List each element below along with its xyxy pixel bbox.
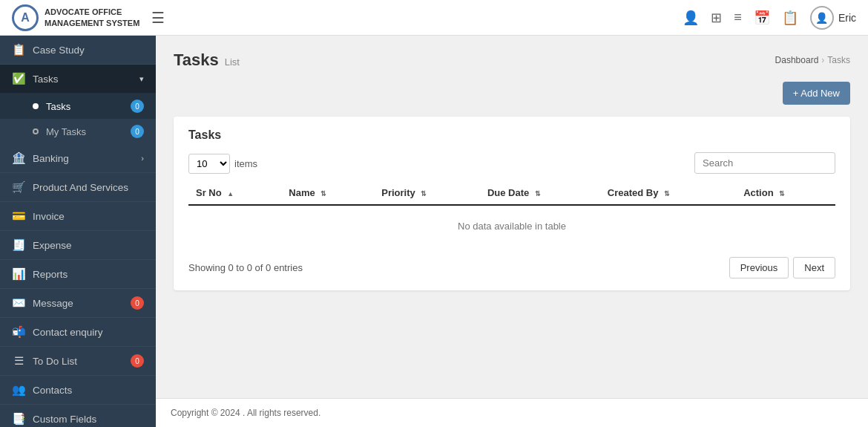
breadcrumb-separator: › [821,55,824,65]
pagination-buttons: Previous Next [729,257,835,278]
sidebar-item-label: Custom Fields [33,414,96,425]
sort-icon: ▲ [227,190,234,198]
tasks-badge: 0 [131,100,144,113]
sort-icon: ⇅ [535,190,541,198]
footer-copyright: Copyright © 2024 . [171,408,245,418]
col-sr-no: Sr No ▲ [188,181,281,205]
page-subtitle: List [225,56,240,68]
sub-item-label: My Tasks [46,126,86,137]
footer-rights: All rights reserved. [247,408,320,418]
sidebar-item-label: Case Study [33,45,85,56]
sidebar-sub-item-my-tasks[interactable]: My Tasks 0 [0,119,156,144]
chevron-right-icon: › [141,154,144,163]
sidebar-item-custom-fields[interactable]: 📑 Custom Fields [0,405,156,427]
sort-icon: ⇅ [664,190,670,198]
search-input[interactable] [694,152,835,174]
hamburger-menu[interactable]: ☰ [151,9,165,27]
previous-button[interactable]: Previous [729,257,789,278]
sidebar-item-contacts[interactable]: 👥 Contacts [0,376,156,405]
sidebar-item-label: Banking [33,153,69,164]
sidebar-item-banking[interactable]: 🏦 Banking › [0,144,156,173]
chevron-down-icon: ▾ [139,74,144,84]
card-title: Tasks [188,128,835,142]
col-action: Action ⇅ [736,181,835,205]
sort-icon: ⇅ [320,190,326,198]
product-icon: 🛒 [12,180,25,194]
page-title: Tasks [174,50,219,70]
col-created-by: Created By ⇅ [600,181,736,205]
sidebar-item-reports[interactable]: 📊 Reports [0,260,156,289]
message-badge: 0 [131,296,144,310]
todo-badge: 0 [131,354,144,368]
header-right: 👤 ⊞ ≡ 📅 📋 👤 Eric [683,6,856,30]
breadcrumb: Dashboard › Tasks [775,55,850,65]
avatar: 👤 [810,6,834,30]
invoice-icon: 💳 [12,209,25,223]
sidebar-item-label: Product And Services [33,182,128,193]
grid-icon[interactable]: ⊞ [711,10,722,26]
col-name: Name ⇅ [281,181,374,205]
next-button[interactable]: Next [793,257,835,278]
sidebar-item-label: Contact enquiry [33,327,103,338]
expense-icon: 🧾 [12,238,25,252]
user-section[interactable]: 👤 Eric [810,6,856,30]
profile-icon[interactable]: 👤 [683,10,699,26]
data-table: Sr No ▲ Name ⇅ Priority ⇅ Due Date ⇅ [188,181,835,247]
breadcrumb-home[interactable]: Dashboard [775,55,819,65]
app-logo: A ADVOCATE OFFICE MANAGEMENT SYSTEM [12,4,139,31]
sub-dot-icon [33,128,39,134]
user-name: Eric [838,12,856,24]
items-per-page-select[interactable]: 10 25 50 100 [188,154,230,174]
sidebar-item-contact-enquiry[interactable]: 📬 Contact enquiry [0,318,156,347]
sidebar-item-label: To Do List [33,356,77,367]
sub-dot-icon [33,103,39,109]
sub-item-label: Tasks [46,101,70,112]
calendar-icon[interactable]: 📅 [754,10,770,26]
add-new-button[interactable]: + Add New [783,82,850,105]
footer: Copyright © 2024 . All rights reserved. [156,398,868,427]
items-per-page: 10 25 50 100 items [188,154,257,174]
breadcrumb-current: Tasks [827,55,850,65]
sort-icon: ⇅ [421,190,427,198]
reports-icon: 📊 [12,267,25,281]
sort-icon: ⇅ [779,190,785,198]
sidebar-item-label: Tasks [33,74,59,85]
sidebar-item-product-services[interactable]: 🛒 Product And Services [0,173,156,202]
items-label: items [234,158,257,169]
sidebar-item-tasks[interactable]: ✅ Tasks ▾ [0,65,156,94]
main-content: Tasks List Dashboard › Tasks + Add New T… [156,36,868,398]
header-left: A ADVOCATE OFFICE MANAGEMENT SYSTEM ☰ [12,4,165,31]
top-header: A ADVOCATE OFFICE MANAGEMENT SYSTEM ☰ 👤 … [0,0,868,36]
list-icon[interactable]: ≡ [734,10,742,25]
app-name: ADVOCATE OFFICE MANAGEMENT SYSTEM [45,7,139,28]
showing-text: Showing 0 to 0 of 0 entries [188,262,303,273]
page-header: Tasks List Dashboard › Tasks [174,50,850,70]
sidebar-item-invoice[interactable]: 💳 Invoice [0,202,156,231]
sidebar-item-label: Message [33,298,73,309]
sidebar-item-case-study[interactable]: 📋 Case Study [0,36,156,65]
sidebar-item-expense[interactable]: 🧾 Expense [0,231,156,260]
contacts-icon: 👥 [12,383,25,397]
no-data-row: No data available in table [188,205,835,247]
sidebar-sub-item-tasks[interactable]: Tasks 0 [0,94,156,119]
tasks-icon: ✅ [12,72,25,85]
sidebar: 📋 Case Study ✅ Tasks ▾ Tasks 0 My Tasks … [0,36,156,427]
no-data-cell: No data available in table [188,205,835,247]
sidebar-item-message[interactable]: ✉️ Message 0 [0,289,156,318]
notes-icon[interactable]: 📋 [782,10,798,26]
sidebar-item-todo-list[interactable]: ☰ To Do List 0 [0,347,156,376]
sidebar-item-label: Reports [33,269,68,280]
sidebar-item-label: Expense [33,240,72,251]
page-title-area: Tasks List [174,50,240,70]
tasks-card: Tasks 10 25 50 100 items [174,117,850,290]
message-icon: ✉️ [12,296,25,310]
sidebar-item-label: Invoice [33,211,65,222]
table-controls: 10 25 50 100 items [188,152,835,174]
banking-icon: 🏦 [12,151,25,165]
todo-icon: ☰ [12,354,25,368]
sidebar-item-label: Contacts [33,385,72,396]
col-priority: Priority ⇅ [374,181,480,205]
main-layout: 📋 Case Study ✅ Tasks ▾ Tasks 0 My Tasks … [0,36,868,427]
my-tasks-badge: 0 [131,125,144,138]
logo-circle: A [12,4,39,31]
